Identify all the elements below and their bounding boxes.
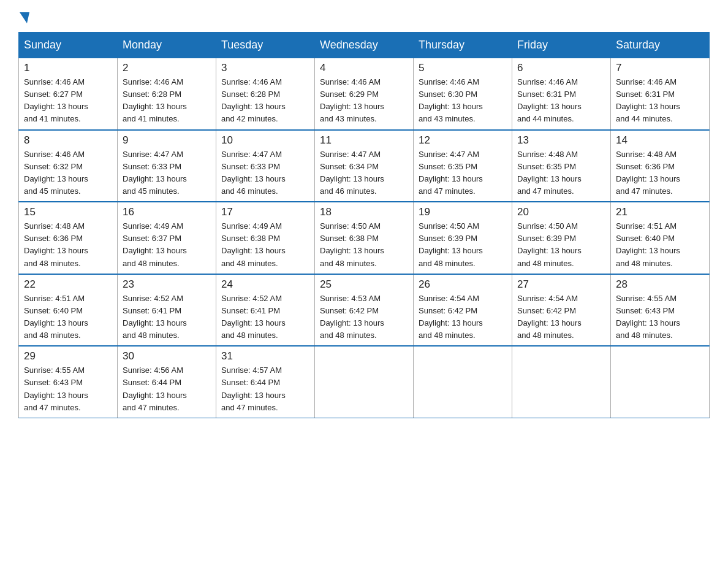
day-number: 21 bbox=[616, 206, 704, 218]
calendar-cell: 8Sunrise: 4:46 AMSunset: 6:32 PMDaylight… bbox=[19, 130, 118, 202]
calendar-cell: 26Sunrise: 4:54 AMSunset: 6:42 PMDayligh… bbox=[414, 274, 512, 347]
day-info: Sunrise: 4:46 AMSunset: 6:30 PMDaylight:… bbox=[419, 76, 507, 126]
day-number: 24 bbox=[221, 278, 309, 291]
day-number: 22 bbox=[24, 278, 112, 291]
day-info: Sunrise: 4:51 AMSunset: 6:40 PMDaylight:… bbox=[616, 220, 704, 270]
calendar-cell: 6Sunrise: 4:46 AMSunset: 6:31 PMDaylight… bbox=[512, 58, 611, 130]
calendar-cell: 27Sunrise: 4:54 AMSunset: 6:42 PMDayligh… bbox=[512, 274, 611, 347]
weekday-header-wednesday: Wednesday bbox=[315, 33, 414, 58]
day-info: Sunrise: 4:56 AMSunset: 6:44 PMDaylight:… bbox=[123, 364, 211, 414]
calendar-cell: 24Sunrise: 4:52 AMSunset: 6:41 PMDayligh… bbox=[216, 274, 315, 347]
day-info: Sunrise: 4:54 AMSunset: 6:42 PMDaylight:… bbox=[419, 293, 507, 342]
calendar-cell: 23Sunrise: 4:52 AMSunset: 6:41 PMDayligh… bbox=[118, 274, 216, 347]
day-info: Sunrise: 4:47 AMSunset: 6:35 PMDaylight:… bbox=[419, 148, 507, 198]
day-info: Sunrise: 4:46 AMSunset: 6:29 PMDaylight:… bbox=[320, 76, 408, 126]
calendar-cell: 11Sunrise: 4:47 AMSunset: 6:34 PMDayligh… bbox=[315, 130, 414, 202]
logo-triangle-icon bbox=[20, 12, 29, 23]
day-number: 13 bbox=[517, 134, 605, 147]
weekday-header-saturday: Saturday bbox=[611, 33, 710, 58]
day-number: 2 bbox=[123, 62, 211, 74]
day-number: 23 bbox=[123, 278, 211, 291]
day-info: Sunrise: 4:47 AMSunset: 6:33 PMDaylight:… bbox=[123, 148, 211, 198]
day-number: 19 bbox=[419, 206, 507, 218]
calendar-cell: 1Sunrise: 4:46 AMSunset: 6:27 PMDaylight… bbox=[19, 58, 118, 130]
weekday-header-friday: Friday bbox=[512, 33, 611, 58]
calendar-week-row: 29Sunrise: 4:55 AMSunset: 6:43 PMDayligh… bbox=[19, 346, 710, 418]
day-number: 17 bbox=[221, 206, 309, 218]
calendar-cell: 17Sunrise: 4:49 AMSunset: 6:38 PMDayligh… bbox=[216, 202, 315, 274]
day-number: 15 bbox=[24, 206, 112, 218]
day-number: 1 bbox=[24, 62, 112, 74]
day-info: Sunrise: 4:51 AMSunset: 6:40 PMDaylight:… bbox=[24, 293, 112, 342]
day-number: 20 bbox=[517, 206, 605, 218]
logo bbox=[18, 12, 29, 21]
day-info: Sunrise: 4:55 AMSunset: 6:43 PMDaylight:… bbox=[616, 293, 704, 342]
page-header bbox=[18, 12, 710, 21]
day-info: Sunrise: 4:50 AMSunset: 6:39 PMDaylight:… bbox=[419, 220, 507, 270]
day-number: 14 bbox=[616, 134, 704, 147]
calendar-week-row: 8Sunrise: 4:46 AMSunset: 6:32 PMDaylight… bbox=[19, 130, 710, 202]
day-info: Sunrise: 4:46 AMSunset: 6:31 PMDaylight:… bbox=[616, 76, 704, 126]
calendar-cell: 19Sunrise: 4:50 AMSunset: 6:39 PMDayligh… bbox=[414, 202, 512, 274]
calendar-cell: 10Sunrise: 4:47 AMSunset: 6:33 PMDayligh… bbox=[216, 130, 315, 202]
day-info: Sunrise: 4:48 AMSunset: 6:35 PMDaylight:… bbox=[517, 148, 605, 198]
calendar-table: SundayMondayTuesdayWednesdayThursdayFrid… bbox=[18, 32, 710, 418]
calendar-header-row: SundayMondayTuesdayWednesdayThursdayFrid… bbox=[19, 33, 710, 58]
day-info: Sunrise: 4:52 AMSunset: 6:41 PMDaylight:… bbox=[221, 293, 309, 342]
calendar-cell: 31Sunrise: 4:57 AMSunset: 6:44 PMDayligh… bbox=[216, 346, 315, 418]
calendar-cell: 22Sunrise: 4:51 AMSunset: 6:40 PMDayligh… bbox=[19, 274, 118, 347]
weekday-header-sunday: Sunday bbox=[19, 33, 118, 58]
calendar-cell: 4Sunrise: 4:46 AMSunset: 6:29 PMDaylight… bbox=[315, 58, 414, 130]
calendar-cell: 21Sunrise: 4:51 AMSunset: 6:40 PMDayligh… bbox=[611, 202, 710, 274]
day-info: Sunrise: 4:53 AMSunset: 6:42 PMDaylight:… bbox=[320, 293, 408, 342]
day-number: 30 bbox=[123, 350, 211, 362]
calendar-cell: 14Sunrise: 4:48 AMSunset: 6:36 PMDayligh… bbox=[611, 130, 710, 202]
calendar-cell: 7Sunrise: 4:46 AMSunset: 6:31 PMDaylight… bbox=[611, 58, 710, 130]
day-number: 11 bbox=[320, 134, 408, 147]
day-info: Sunrise: 4:55 AMSunset: 6:43 PMDaylight:… bbox=[24, 364, 112, 414]
day-info: Sunrise: 4:46 AMSunset: 6:28 PMDaylight:… bbox=[221, 76, 309, 126]
weekday-header-monday: Monday bbox=[118, 33, 216, 58]
calendar-cell: 16Sunrise: 4:49 AMSunset: 6:37 PMDayligh… bbox=[118, 202, 216, 274]
day-number: 31 bbox=[221, 350, 309, 362]
calendar-cell bbox=[315, 346, 414, 418]
day-number: 5 bbox=[419, 62, 507, 74]
day-info: Sunrise: 4:46 AMSunset: 6:27 PMDaylight:… bbox=[24, 76, 112, 126]
day-number: 12 bbox=[419, 134, 507, 147]
weekday-header-tuesday: Tuesday bbox=[216, 33, 315, 58]
calendar-cell: 18Sunrise: 4:50 AMSunset: 6:38 PMDayligh… bbox=[315, 202, 414, 274]
calendar-week-row: 22Sunrise: 4:51 AMSunset: 6:40 PMDayligh… bbox=[19, 274, 710, 347]
calendar-cell bbox=[611, 346, 710, 418]
calendar-cell: 13Sunrise: 4:48 AMSunset: 6:35 PMDayligh… bbox=[512, 130, 611, 202]
day-number: 10 bbox=[221, 134, 309, 147]
day-info: Sunrise: 4:47 AMSunset: 6:33 PMDaylight:… bbox=[221, 148, 309, 198]
day-info: Sunrise: 4:49 AMSunset: 6:38 PMDaylight:… bbox=[221, 220, 309, 270]
day-info: Sunrise: 4:46 AMSunset: 6:31 PMDaylight:… bbox=[517, 76, 605, 126]
day-info: Sunrise: 4:47 AMSunset: 6:34 PMDaylight:… bbox=[320, 148, 408, 198]
day-number: 7 bbox=[616, 62, 704, 74]
day-number: 28 bbox=[616, 278, 704, 291]
calendar-cell: 15Sunrise: 4:48 AMSunset: 6:36 PMDayligh… bbox=[19, 202, 118, 274]
day-number: 3 bbox=[221, 62, 309, 74]
day-number: 9 bbox=[123, 134, 211, 147]
day-info: Sunrise: 4:48 AMSunset: 6:36 PMDaylight:… bbox=[616, 148, 704, 198]
calendar-cell: 12Sunrise: 4:47 AMSunset: 6:35 PMDayligh… bbox=[414, 130, 512, 202]
day-info: Sunrise: 4:48 AMSunset: 6:36 PMDaylight:… bbox=[24, 220, 112, 270]
day-number: 16 bbox=[123, 206, 211, 218]
calendar-cell: 3Sunrise: 4:46 AMSunset: 6:28 PMDaylight… bbox=[216, 58, 315, 130]
day-info: Sunrise: 4:50 AMSunset: 6:39 PMDaylight:… bbox=[517, 220, 605, 270]
calendar-cell: 30Sunrise: 4:56 AMSunset: 6:44 PMDayligh… bbox=[118, 346, 216, 418]
day-info: Sunrise: 4:46 AMSunset: 6:32 PMDaylight:… bbox=[24, 148, 112, 198]
calendar-cell: 20Sunrise: 4:50 AMSunset: 6:39 PMDayligh… bbox=[512, 202, 611, 274]
day-info: Sunrise: 4:50 AMSunset: 6:38 PMDaylight:… bbox=[320, 220, 408, 270]
weekday-header-thursday: Thursday bbox=[414, 33, 512, 58]
day-number: 4 bbox=[320, 62, 408, 74]
day-info: Sunrise: 4:46 AMSunset: 6:28 PMDaylight:… bbox=[123, 76, 211, 126]
calendar-cell bbox=[512, 346, 611, 418]
calendar-cell: 28Sunrise: 4:55 AMSunset: 6:43 PMDayligh… bbox=[611, 274, 710, 347]
day-info: Sunrise: 4:54 AMSunset: 6:42 PMDaylight:… bbox=[517, 293, 605, 342]
day-number: 8 bbox=[24, 134, 112, 147]
day-number: 26 bbox=[419, 278, 507, 291]
calendar-cell: 9Sunrise: 4:47 AMSunset: 6:33 PMDaylight… bbox=[118, 130, 216, 202]
day-number: 6 bbox=[517, 62, 605, 74]
